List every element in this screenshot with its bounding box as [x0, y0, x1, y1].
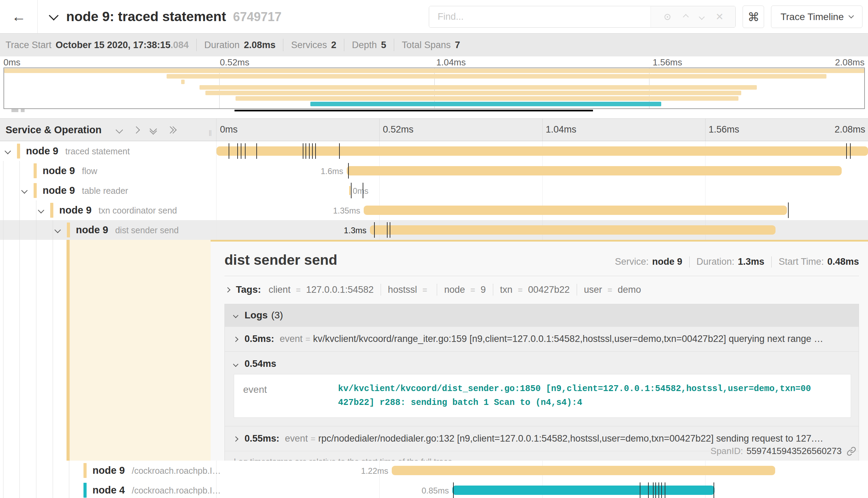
summary-label: Trace Start	[6, 40, 52, 51]
collapse-all-icon[interactable]	[151, 126, 156, 134]
span-row[interactable]: node 9/cockroach.roachpb.I…1.22ms	[0, 461, 868, 480]
log-marker-tick	[312, 143, 313, 159]
minimap-viewport-scrubber[interactable]	[234, 110, 593, 111]
span-bar[interactable]	[216, 146, 868, 156]
keyboard-shortcuts-button[interactable]: ⌘	[743, 6, 764, 28]
span-bar[interactable]	[347, 166, 842, 175]
timeline-gridline	[705, 181, 706, 200]
minimap-drag-handle[interactable]	[21, 109, 25, 112]
operation-name: /cockroach.roachpb.I…	[132, 486, 221, 495]
tag-equals: =	[296, 285, 301, 295]
log-marker-tick	[453, 482, 454, 498]
tag-item: hostssl =	[388, 284, 430, 295]
back-button[interactable]: ←	[0, 0, 38, 33]
minimap-drag-handle[interactable]	[11, 109, 18, 112]
log-entry-expanded-header[interactable]: 0.54ms	[225, 351, 859, 374]
column-resize-handle[interactable]: ‖	[209, 128, 213, 138]
expand-all-icon[interactable]	[168, 127, 176, 133]
span-row[interactable]: node 9flow1.6ms	[0, 161, 868, 181]
span-rows: node 9traced statementnode 9flow1.6msnod…	[0, 141, 868, 240]
span-row[interactable]: node 9txn coordinator send1.35ms	[0, 200, 868, 220]
span-toggle-chevron-icon[interactable]	[21, 187, 27, 193]
service-name: node 9txn coordinator send	[59, 205, 177, 216]
span-row[interactable]: node 9table reader0ms	[0, 181, 868, 200]
axis-tick-label: 1.56ms	[709, 124, 739, 135]
service-color-bar	[50, 203, 53, 218]
operation-name: dist sender send	[115, 225, 178, 235]
locate-icon[interactable]	[663, 12, 672, 21]
tree-controls	[117, 126, 176, 134]
axis-tick-label: 0.52ms	[383, 124, 414, 135]
view-selector-label: Trace Timeline	[780, 11, 844, 22]
span-row-label: node 9traced statement	[0, 141, 216, 161]
separator	[196, 39, 197, 51]
span-row-timeline: 0ms	[216, 181, 868, 200]
timeline-gridline	[542, 181, 543, 200]
summary-value: 5	[381, 40, 386, 51]
tags-expand-chevron-icon	[225, 287, 231, 292]
tree-guide-line	[36, 220, 36, 240]
find-input[interactable]	[429, 6, 650, 27]
span-row[interactable]: node 9traced statement	[0, 141, 868, 161]
minimap-axis-label: 1.04ms	[436, 57, 466, 68]
summary-label: Duration	[204, 40, 240, 51]
span-toggle-chevron-icon[interactable]	[38, 207, 44, 213]
tree-guide-line	[3, 461, 3, 480]
minimap-axis-label: 0ms	[3, 57, 20, 68]
span-row[interactable]: node 9dist sender send1.3ms	[0, 220, 868, 240]
summary-value: 7	[455, 40, 460, 51]
separator	[689, 256, 690, 268]
span-row-label: node 4/cockroach.roachpb.I…	[0, 480, 216, 498]
logs-collapse-chevron-icon	[233, 313, 239, 318]
tree-guide-line	[19, 480, 20, 498]
selected-span-highlight-area	[70, 240, 211, 461]
span-rows-bottom: node 9/cockroach.roachpb.I…1.22msnode 4/…	[0, 461, 868, 498]
service-color-bar	[17, 144, 20, 159]
span-bar[interactable]	[370, 225, 776, 235]
span-toggle-chevron-icon[interactable]	[54, 227, 61, 233]
minimap-axis-label: 0.52ms	[220, 57, 249, 68]
span-duration-label: 0ms	[353, 186, 368, 196]
timeline-gridline	[379, 480, 380, 498]
log-expand-chevron-icon	[233, 337, 239, 342]
axis-tick-label: 1.04ms	[546, 124, 577, 135]
link-icon[interactable]	[847, 446, 856, 456]
span-detail-panel: dist sender send Service:node 9Duration:…	[211, 240, 868, 461]
tree-guide-line	[19, 181, 20, 200]
minimap-span-row	[4, 79, 864, 85]
log-entry-collapsed[interactable]: 0.5ms: event = kv/kvclient/kvcoord/range…	[225, 326, 859, 351]
title-collapse-chevron-icon[interactable]	[49, 11, 59, 20]
tags-row[interactable]: Tags: client = 127.0.0.1:54582hostssl = …	[224, 276, 859, 302]
span-toggle-chevron-icon[interactable]	[5, 148, 11, 154]
find-next-icon[interactable]	[699, 14, 705, 20]
tree-guide-line	[36, 480, 36, 498]
span-bar[interactable]	[452, 486, 715, 495]
span-bar[interactable]	[364, 206, 787, 215]
span-row[interactable]: node 4/cockroach.roachpb.I…0.85ms	[0, 480, 868, 498]
logs-count: (3)	[271, 310, 283, 321]
minimap-span-row	[4, 96, 864, 101]
collapse-one-icon[interactable]	[116, 126, 123, 133]
separator	[577, 284, 577, 296]
log-marker-tick	[653, 482, 654, 498]
log-field-value: kv/kvclient/kvcoord/dist_sender.go:1850 …	[338, 382, 851, 410]
summary-value: October 15 2020, 17:38:15	[56, 40, 171, 51]
service-name: node 9flow	[43, 165, 97, 176]
trace-page-header: ← node 9: traced statement 6749717 ✕ ⌘	[0, 0, 868, 33]
minimap-canvas[interactable]	[3, 67, 865, 109]
span-bar[interactable]	[392, 466, 775, 475]
tag-item: client = 127.0.0.1:54582	[269, 284, 374, 295]
separator	[394, 39, 394, 51]
tree-guide-line	[53, 461, 53, 480]
logs-header[interactable]: Logs (3)	[225, 304, 859, 326]
trace-view-selector[interactable]: Trace Timeline	[771, 6, 862, 28]
minimap-span-row	[4, 90, 864, 96]
page-title: node 9: traced statement	[66, 9, 226, 24]
find-prev-icon[interactable]	[683, 14, 689, 20]
trace-title-group[interactable]: node 9: traced statement 6749717	[50, 9, 282, 24]
tree-guide-line	[69, 480, 69, 498]
log-value-line: 427b22] r288: sending batch 1 Scan to (n…	[338, 396, 851, 410]
span-bar[interactable]	[349, 186, 351, 195]
find-clear-icon[interactable]: ✕	[716, 11, 724, 22]
expand-one-icon[interactable]	[133, 126, 140, 133]
